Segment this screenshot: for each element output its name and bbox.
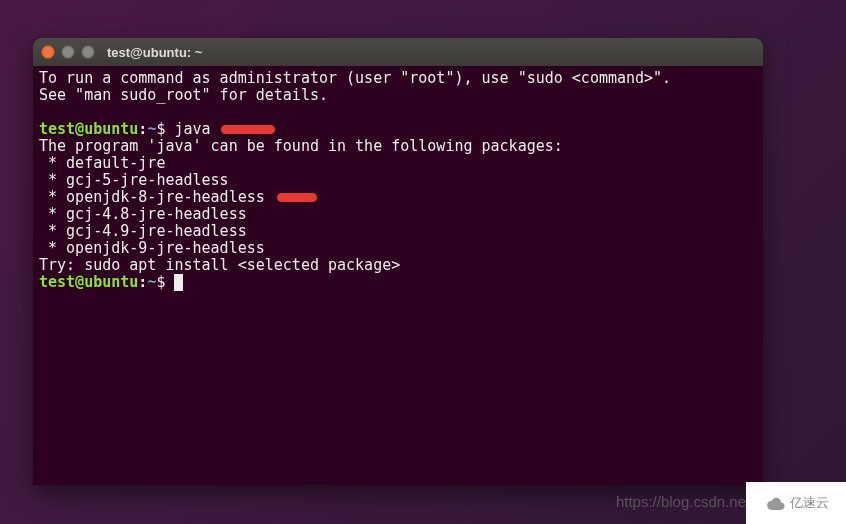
close-button[interactable] (41, 45, 55, 59)
intro-line-1: To run a command as administrator (user … (39, 69, 671, 87)
maximize-button[interactable] (81, 45, 95, 59)
package-item: * openjdk-9-jre-headless (39, 239, 265, 257)
cloud-icon (764, 496, 786, 510)
prompt-user-host: test@ubuntu (39, 273, 138, 291)
titlebar[interactable]: test@ubuntu: ~ (33, 38, 763, 66)
output-header: The program 'java' can be found in the f… (39, 137, 563, 155)
prompt-dollar: $ (156, 120, 174, 138)
terminal-window: test@ubuntu: ~ To run a command as admin… (33, 38, 763, 485)
watermark-logo-text: 亿速云 (790, 494, 829, 512)
package-item: * default-jre (39, 154, 165, 172)
intro-line-2: See "man sudo_root" for details. (39, 86, 328, 104)
package-item: * gcj-5-jre-headless (39, 171, 229, 189)
window-title: test@ubuntu: ~ (107, 45, 202, 60)
package-item: * gcj-4.8-jre-headless (39, 205, 247, 223)
watermark-url: https://blog.csdn.ne (616, 493, 746, 510)
try-line: Try: sudo apt install <selected package> (39, 256, 400, 274)
cursor (174, 274, 183, 291)
terminal-body[interactable]: To run a command as administrator (user … (33, 66, 763, 485)
annotation-mark-2 (277, 193, 317, 202)
watermark-logo: 亿速云 (746, 482, 846, 524)
minimize-button[interactable] (61, 45, 75, 59)
prompt-user-host: test@ubuntu (39, 120, 138, 138)
package-item: * gcj-4.9-jre-headless (39, 222, 247, 240)
command-text: java (174, 120, 210, 138)
package-item: * openjdk-8-jre-headless (39, 188, 265, 206)
prompt-dollar: $ (156, 273, 174, 291)
annotation-mark-1 (221, 125, 275, 134)
